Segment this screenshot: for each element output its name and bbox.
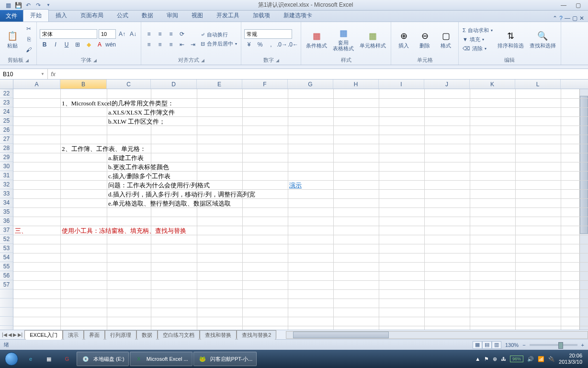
workbook-min-icon[interactable]: — bbox=[565, 15, 570, 22]
sheet-nav-first-icon[interactable]: |◀ bbox=[2, 332, 7, 337]
tab-developer[interactable]: 开发工具 bbox=[210, 10, 246, 22]
number-launcher-icon[interactable]: ◢ bbox=[276, 58, 279, 63]
tray-up-icon[interactable]: ▲ bbox=[475, 356, 480, 362]
fill-color-icon[interactable]: ◆ bbox=[84, 40, 93, 49]
align-middle-icon[interactable]: ≡ bbox=[155, 29, 165, 39]
tab-home[interactable]: 开始 bbox=[23, 9, 49, 22]
align-left-icon[interactable]: ≡ bbox=[144, 40, 154, 49]
sheet-tab-3[interactable]: 行列原理 bbox=[105, 330, 136, 340]
taskbar-explorer[interactable]: 💿本地磁盘 (E:) bbox=[77, 352, 129, 366]
delete-cells-button[interactable]: ⊖删除 bbox=[415, 29, 434, 49]
taskbar-excel[interactable]: XMicrosoft Excel ... bbox=[130, 352, 192, 366]
italic-button[interactable]: I bbox=[51, 40, 60, 49]
sheet-nav-last-icon[interactable]: ▶| bbox=[18, 332, 23, 337]
fill-button[interactable]: ▼填充▾ bbox=[462, 35, 494, 44]
maximize-icon[interactable]: ▢ bbox=[573, 1, 583, 9]
zoom-out-icon[interactable]: − bbox=[522, 342, 525, 348]
bold-button[interactable]: B bbox=[40, 40, 49, 49]
col-header-B[interactable]: B bbox=[60, 80, 107, 89]
name-box[interactable]: B10▼ bbox=[0, 69, 48, 79]
zoom-in-icon[interactable]: + bbox=[581, 342, 584, 348]
row-header-57[interactable]: 57 bbox=[0, 280, 13, 289]
row-header-31[interactable]: 31 bbox=[0, 171, 13, 180]
tab-view[interactable]: 视图 bbox=[185, 10, 210, 22]
row-header-54[interactable]: 54 bbox=[0, 253, 13, 262]
col-header-K[interactable]: K bbox=[470, 80, 515, 89]
row-header-22[interactable]: 22 bbox=[0, 89, 13, 98]
row-header-26[interactable]: 26 bbox=[0, 126, 13, 135]
qat-dropdown-icon[interactable]: ▼ bbox=[44, 1, 53, 10]
minimize-ribbon-icon[interactable]: ⌃ bbox=[553, 15, 557, 22]
sheet-tab-7[interactable]: 查找与替换2 bbox=[237, 330, 276, 340]
start-button[interactable] bbox=[2, 351, 21, 367]
clock[interactable]: 20:06 2013/3/10 bbox=[559, 353, 582, 365]
insert-cells-button[interactable]: ⊕插入 bbox=[394, 29, 413, 49]
phonetic-icon[interactable]: wén bbox=[106, 40, 115, 49]
sort-filter-button[interactable]: ⇅排序和筛选 bbox=[496, 29, 526, 49]
col-header-C[interactable]: C bbox=[107, 80, 151, 89]
page-break-view-icon[interactable]: ▥ bbox=[492, 341, 501, 349]
percent-icon[interactable]: % bbox=[255, 40, 265, 49]
tab-new[interactable]: 新建选项卡 bbox=[277, 10, 319, 22]
row-header-25[interactable]: 25 bbox=[0, 116, 13, 126]
table-format-button[interactable]: ▦套用 表格格式 bbox=[331, 26, 356, 52]
zoom-level[interactable]: 130% bbox=[505, 342, 519, 348]
page-layout-view-icon[interactable]: ▤ bbox=[482, 341, 492, 349]
wrap-text-button[interactable]: ⤶自动换行 bbox=[200, 31, 238, 39]
select-all-corner[interactable] bbox=[0, 80, 13, 89]
taskbar-pinned1[interactable]: ▦ bbox=[40, 352, 57, 366]
battery-indicator[interactable]: 96% bbox=[510, 356, 523, 362]
decrease-indent-icon[interactable]: ⇤ bbox=[177, 40, 187, 49]
tray-power-icon[interactable]: 🔌 bbox=[548, 356, 555, 362]
number-format-combo[interactable]: 常规 bbox=[244, 29, 292, 39]
cut-icon[interactable]: ✂ bbox=[24, 24, 34, 34]
currency-icon[interactable]: ¥ bbox=[244, 40, 254, 49]
horizontal-scrollbar[interactable] bbox=[286, 331, 588, 339]
row-header-28[interactable]: 28 bbox=[0, 144, 13, 153]
row-header-53[interactable]: 53 bbox=[0, 244, 13, 253]
col-header-J[interactable]: J bbox=[424, 80, 470, 89]
taskbar-ie[interactable]: e bbox=[22, 352, 39, 366]
tab-addins[interactable]: 加载项 bbox=[246, 10, 277, 22]
decrease-font-icon[interactable]: A↓ bbox=[128, 29, 138, 39]
tray-network-icon[interactable]: 🖧 bbox=[501, 356, 506, 362]
sheet-tab-2[interactable]: 界面 bbox=[84, 330, 105, 340]
orientation-icon[interactable]: ⟳ bbox=[177, 29, 187, 39]
row-header-30[interactable]: 30 bbox=[0, 162, 13, 171]
minimize-icon[interactable]: — bbox=[558, 1, 569, 9]
col-header-A[interactable]: A bbox=[13, 80, 60, 89]
workbook-restore-icon[interactable]: ▢ bbox=[572, 15, 577, 22]
font-color-icon[interactable]: A bbox=[95, 40, 104, 49]
row-header-35[interactable]: 35 bbox=[0, 207, 13, 217]
decrease-decimal-icon[interactable]: .0← bbox=[288, 40, 298, 49]
row-header-33[interactable]: 33 bbox=[0, 189, 13, 198]
format-cells-button[interactable]: ▢格式 bbox=[436, 29, 455, 49]
cells-area[interactable]: 1、Microsoft Excel的几种常用文件类型：a.XLS/XLSX 工作… bbox=[13, 89, 588, 330]
row-header-32[interactable]: 32 bbox=[0, 180, 13, 189]
sheet-tab-5[interactable]: 空白练习文档 bbox=[158, 330, 200, 340]
row-header-56[interactable]: 56 bbox=[0, 271, 13, 280]
paste-button[interactable]: 📋 粘贴 bbox=[3, 29, 22, 49]
tab-file[interactable]: 文件 bbox=[0, 10, 23, 22]
col-header-L[interactable]: L bbox=[515, 80, 561, 89]
sheet-nav-next-icon[interactable]: ▶ bbox=[13, 332, 17, 337]
increase-decimal-icon[interactable]: .0→ bbox=[277, 40, 287, 49]
sheet-tab-6[interactable]: 查找和替换 bbox=[200, 330, 237, 340]
tray-volume-icon[interactable]: 🔊 bbox=[527, 356, 534, 362]
tab-page-layout[interactable]: 页面布局 bbox=[74, 10, 110, 22]
zoom-slider[interactable] bbox=[530, 344, 577, 346]
tray-shield-icon[interactable]: ⊕ bbox=[493, 356, 497, 362]
conditional-format-button[interactable]: ▦条件格式 bbox=[304, 29, 329, 49]
undo-icon[interactable]: ↶ bbox=[24, 1, 33, 10]
taskbar-ppt[interactable]: 🐸闪客启航PPT-小... bbox=[193, 352, 257, 366]
underline-button[interactable]: U bbox=[62, 40, 71, 49]
workbook-close-icon[interactable]: ✕ bbox=[579, 15, 584, 22]
row-header-24[interactable]: 24 bbox=[0, 107, 13, 116]
align-bottom-icon[interactable]: ≡ bbox=[166, 29, 176, 39]
font-name-combo[interactable]: 宋体 bbox=[40, 29, 97, 39]
copy-icon[interactable]: ⎘ bbox=[24, 34, 34, 44]
tray-wifi-icon[interactable]: 📶 bbox=[538, 356, 544, 362]
tray-flag-icon[interactable]: ⚑ bbox=[484, 356, 489, 362]
tab-formulas[interactable]: 公式 bbox=[110, 10, 135, 22]
col-header-F[interactable]: F bbox=[242, 80, 288, 89]
